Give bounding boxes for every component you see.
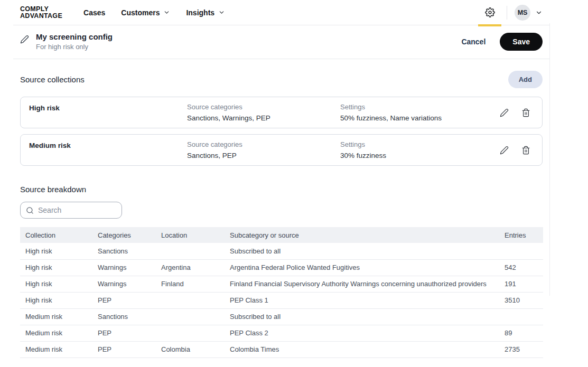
settings-value: 30% fuzziness xyxy=(340,152,500,159)
table-cell: Warnings xyxy=(92,276,156,292)
primary-nav: CasesCustomersInsights xyxy=(83,6,225,19)
title-block: My screening config For high risk only xyxy=(20,32,113,51)
add-collection-button[interactable]: Add xyxy=(508,71,543,88)
collection-name: High risk xyxy=(29,103,187,112)
avatar: MS xyxy=(515,5,530,21)
collection-categories: Source categoriesSanctions, PEP xyxy=(187,140,340,159)
trash-icon xyxy=(521,146,530,155)
table-cell: Medium risk xyxy=(20,325,92,341)
table-cell: Sanctions xyxy=(92,308,156,325)
pencil-icon xyxy=(500,108,509,117)
edit-collection-button[interactable] xyxy=(500,108,509,117)
table-row[interactable]: High riskWarningsArgentinaArgentina Fede… xyxy=(20,259,543,276)
table-row[interactable]: High riskWarningsFinlandFinland Financia… xyxy=(20,276,543,292)
table-cell: High risk xyxy=(20,259,92,276)
search-input[interactable] xyxy=(38,206,116,214)
table-cell: 3510 xyxy=(499,292,543,308)
save-button[interactable]: Save xyxy=(500,33,543,51)
table-cell xyxy=(156,308,225,325)
nav-item-cases[interactable]: Cases xyxy=(83,6,105,19)
user-menu[interactable]: MS xyxy=(515,5,543,21)
table-cell: 2735 xyxy=(499,341,543,357)
table-body: High riskSanctionsSubscribed to allHigh … xyxy=(20,243,543,357)
nav-divider xyxy=(507,6,507,20)
source-collections-header: Source collections Add xyxy=(20,71,543,88)
table-cell: Finland Financial Supervisory Authority … xyxy=(225,276,499,292)
nav-item-label: Customers xyxy=(121,8,160,17)
column-header: Entries xyxy=(499,227,543,243)
table-cell: Medium risk xyxy=(20,308,92,325)
settings-label: Settings xyxy=(340,140,500,148)
table-cell: Finland xyxy=(156,276,225,292)
table-cell: Warnings xyxy=(92,259,156,276)
brand-line-2: ADVANTAGE xyxy=(20,13,62,20)
collection-categories: Source categoriesSanctions, Warnings, PE… xyxy=(187,103,340,122)
card-actions xyxy=(500,146,534,155)
delete-collection-button[interactable] xyxy=(521,146,530,155)
search-icon xyxy=(26,206,34,214)
content-right-edge xyxy=(549,23,550,296)
table-cell xyxy=(156,243,225,259)
settings-value: 50% fuzziness, Name variations xyxy=(340,114,500,122)
source-breakdown-heading: Source breakdown xyxy=(20,185,543,194)
categories-label: Source categories xyxy=(187,140,340,148)
delete-collection-button[interactable] xyxy=(521,108,530,117)
nav-right: MS xyxy=(478,0,543,25)
table-cell: Sanctions xyxy=(92,243,156,259)
gear-icon xyxy=(485,7,495,17)
column-header: Location xyxy=(156,227,225,243)
table-head: CollectionCategoriesLocationSubcategory … xyxy=(20,227,543,243)
source-collections-heading: Source collections xyxy=(20,75,85,84)
nav-item-customers[interactable]: Customers xyxy=(121,6,170,19)
app-root: COMPLY ADVANTAGE CasesCustomersInsights … xyxy=(13,0,549,367)
table-cell: High risk xyxy=(20,276,92,292)
collection-settings: Settings30% fuzziness xyxy=(340,140,500,159)
table-row[interactable]: Medium riskPEPPEP Class 289 xyxy=(20,325,543,341)
chevron-down-icon xyxy=(163,9,170,16)
categories-label: Source categories xyxy=(187,103,340,111)
table-row[interactable]: High riskPEPPEP Class 13510 xyxy=(20,292,543,308)
table-cell: Colombia Times xyxy=(225,341,499,357)
table-row[interactable]: Medium riskPEPColombiaColombia Times2735 xyxy=(20,341,543,357)
page-subtitle: For high risk only xyxy=(36,43,113,51)
edit-title-icon[interactable] xyxy=(20,35,29,44)
table-cell: PEP Class 2 xyxy=(225,325,499,341)
categories-value: Sanctions, Warnings, PEP xyxy=(187,114,340,122)
nav-item-insights[interactable]: Insights xyxy=(186,6,225,19)
table-cell xyxy=(499,308,543,325)
table-cell xyxy=(156,325,225,341)
table-cell: Subscribed to all xyxy=(225,308,499,325)
collection-card: Medium riskSource categoriesSanctions, P… xyxy=(20,134,543,166)
brand-line-1: COMPLY xyxy=(20,6,62,13)
table-cell: PEP xyxy=(92,341,156,357)
table-cell: PEP Class 1 xyxy=(225,292,499,308)
chevron-down-icon xyxy=(535,9,543,16)
source-breakdown-table: CollectionCategoriesLocationSubcategory … xyxy=(20,227,543,358)
edit-collection-button[interactable] xyxy=(500,146,509,155)
table-cell: Colombia xyxy=(156,341,225,357)
table-cell xyxy=(156,292,225,308)
trash-icon xyxy=(521,108,530,117)
table-cell: High risk xyxy=(20,243,92,259)
categories-value: Sanctions, PEP xyxy=(187,152,340,159)
main-content: Source collections Add High riskSource c… xyxy=(13,71,549,358)
card-actions xyxy=(500,108,534,117)
cancel-button[interactable]: Cancel xyxy=(461,37,486,46)
collection-cards: High riskSource categoriesSanctions, War… xyxy=(20,97,543,166)
top-nav: COMPLY ADVANTAGE CasesCustomersInsights … xyxy=(13,0,549,25)
table-row[interactable]: High riskSanctionsSubscribed to all xyxy=(20,243,543,259)
table-cell: PEP xyxy=(92,292,156,308)
table-cell: 542 xyxy=(499,259,543,276)
table-cell: Medium risk xyxy=(20,341,92,357)
search-box xyxy=(20,202,122,219)
column-header: Subcategory or source xyxy=(225,227,499,243)
table-row[interactable]: Medium riskSanctionsSubscribed to all xyxy=(20,308,543,325)
settings-label: Settings xyxy=(340,103,500,111)
settings-button[interactable] xyxy=(478,0,501,25)
brand-logo[interactable]: COMPLY ADVANTAGE xyxy=(20,6,62,20)
table-cell: Argentina xyxy=(156,259,225,276)
pencil-icon xyxy=(500,146,509,155)
page-title: My screening config xyxy=(36,32,113,41)
collection-card: High riskSource categoriesSanctions, War… xyxy=(20,97,543,128)
table-cell: 89 xyxy=(499,325,543,341)
